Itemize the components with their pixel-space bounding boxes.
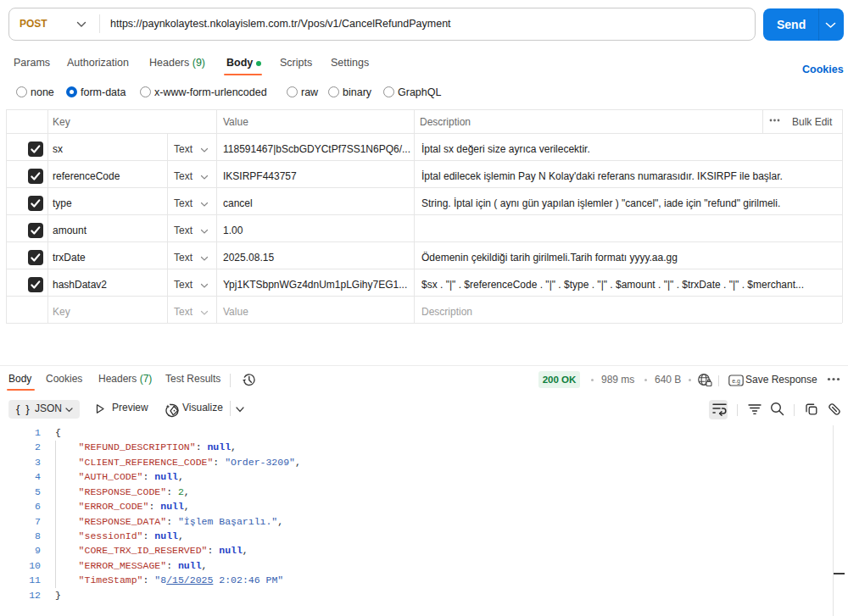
svg-text:e.g: e.g (732, 378, 740, 385)
